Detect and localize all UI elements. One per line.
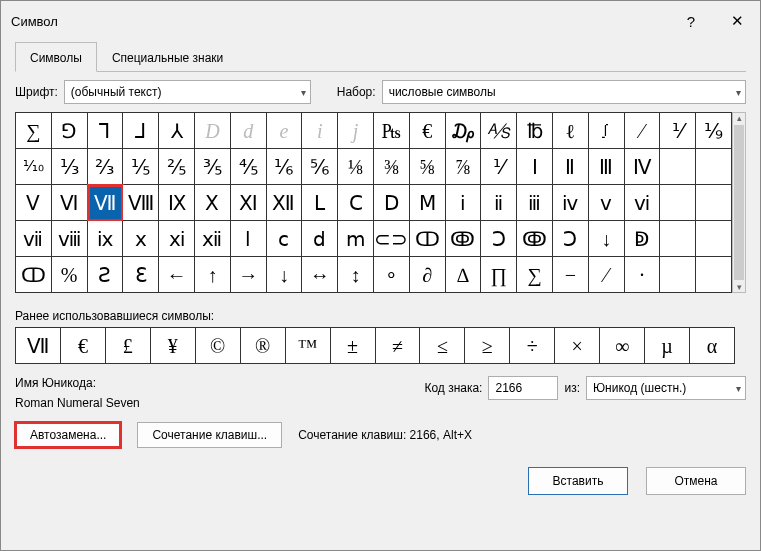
- symbol-cell[interactable]: [696, 257, 732, 293]
- symbol-cell[interactable]: →: [231, 257, 267, 293]
- symbol-cell[interactable]: [660, 221, 696, 257]
- recent-cell[interactable]: ®: [241, 328, 286, 364]
- symbol-cell[interactable]: ↀ: [410, 221, 446, 257]
- symbol-cell[interactable]: ⅁: [52, 113, 88, 149]
- symbol-cell[interactable]: ↑: [195, 257, 231, 293]
- tab-special[interactable]: Специальные знаки: [97, 42, 238, 72]
- symbol-cell[interactable]: ⅓: [52, 149, 88, 185]
- symbol-cell[interactable]: ⅷ: [52, 221, 88, 257]
- symbol-cell[interactable]: ⅖: [159, 149, 195, 185]
- symbol-cell[interactable]: ∕: [589, 257, 625, 293]
- symbol-cell[interactable]: i: [302, 113, 338, 149]
- symbol-cell[interactable]: ⅝: [410, 149, 446, 185]
- symbol-cell[interactable]: ℔: [517, 113, 553, 149]
- symbol-cell[interactable]: ⅙: [267, 149, 303, 185]
- symbol-cell[interactable]: j: [338, 113, 374, 149]
- symbol-cell[interactable]: ⅸ: [88, 221, 124, 257]
- symbol-cell[interactable]: ⅱ: [481, 185, 517, 221]
- symbol-cell[interactable]: ⅟: [481, 149, 517, 185]
- recent-cell[interactable]: ±: [331, 328, 376, 364]
- symbol-cell[interactable]: ℓ: [553, 113, 589, 149]
- scroll-down-icon[interactable]: ▾: [737, 282, 742, 292]
- symbol-cell[interactable]: −: [553, 257, 589, 293]
- recent-cell[interactable]: ≠: [376, 328, 421, 364]
- symbol-cell[interactable]: ↂ: [517, 221, 553, 257]
- symbol-cell[interactable]: ←: [159, 257, 195, 293]
- recent-cell[interactable]: ≤: [420, 328, 465, 364]
- symbol-cell[interactable]: ⅜: [374, 149, 410, 185]
- tab-symbols[interactable]: Символы: [15, 42, 97, 72]
- symbol-cell[interactable]: ₧: [374, 113, 410, 149]
- symbol-cell[interactable]: ⅳ: [553, 185, 589, 221]
- recent-cell[interactable]: ÷: [510, 328, 555, 364]
- symbol-cell[interactable]: ⅃: [123, 113, 159, 149]
- symbol-cell[interactable]: ·: [625, 257, 661, 293]
- recent-cell[interactable]: ∞: [600, 328, 645, 364]
- symbol-cell[interactable]: d: [231, 113, 267, 149]
- symbol-cell[interactable]: Ƨ: [88, 257, 124, 293]
- symbol-cell[interactable]: ⅲ: [517, 185, 553, 221]
- recent-cell[interactable]: £: [106, 328, 151, 364]
- symbol-cell[interactable]: Ⅾ: [374, 185, 410, 221]
- symbol-cell[interactable]: %: [52, 257, 88, 293]
- symbol-cell[interactable]: [660, 149, 696, 185]
- symbol-cell[interactable]: ⅕: [123, 149, 159, 185]
- symbol-cell[interactable]: ⅟₉: [696, 113, 732, 149]
- recent-cell[interactable]: α: [690, 328, 735, 364]
- symbol-cell[interactable]: Ⅽ: [338, 185, 374, 221]
- help-button[interactable]: ?: [668, 7, 714, 35]
- symbol-cell[interactable]: ⅰ: [446, 185, 482, 221]
- symbol-cell[interactable]: [696, 221, 732, 257]
- symbol-cell[interactable]: Ɛ: [123, 257, 159, 293]
- symbol-cell[interactable]: [696, 149, 732, 185]
- symbol-cell[interactable]: Ⅶ: [88, 185, 124, 221]
- symbol-cell[interactable]: ꭍ: [589, 113, 625, 149]
- symbol-cell[interactable]: ↁ: [625, 221, 661, 257]
- symbol-cell[interactable]: Ⅷ: [123, 185, 159, 221]
- symbol-cell[interactable]: ∑: [517, 257, 553, 293]
- scrollbar[interactable]: ▴ ▾: [732, 112, 746, 293]
- symbol-cell[interactable]: Ⅵ: [52, 185, 88, 221]
- symbol-cell[interactable]: ⅗: [195, 149, 231, 185]
- symbol-cell[interactable]: ↓: [589, 221, 625, 257]
- cancel-button[interactable]: Отмена: [646, 467, 746, 495]
- recent-cell[interactable]: ×: [555, 328, 600, 364]
- symbol-cell[interactable]: ⁄: [625, 113, 661, 149]
- symbol-cell[interactable]: ∑: [16, 113, 52, 149]
- symbol-cell[interactable]: ₯: [446, 113, 482, 149]
- close-button[interactable]: ✕: [714, 7, 760, 35]
- code-field[interactable]: 2166: [488, 376, 558, 400]
- symbol-cell[interactable]: ∏: [481, 257, 517, 293]
- scroll-up-icon[interactable]: ▴: [737, 113, 742, 123]
- symbol-cell[interactable]: ⅞: [446, 149, 482, 185]
- symbol-cell[interactable]: ⅛: [338, 149, 374, 185]
- symbol-cell[interactable]: ⅄: [159, 113, 195, 149]
- symbol-cell[interactable]: ↀ: [16, 257, 52, 293]
- symbol-cell[interactable]: Ⅸ: [159, 185, 195, 221]
- symbol-cell[interactable]: Ⅹ: [195, 185, 231, 221]
- symbol-cell[interactable]: [696, 185, 732, 221]
- symbol-cell[interactable]: ⅿ: [338, 221, 374, 257]
- symbol-cell[interactable]: ⅔: [88, 149, 124, 185]
- symbol-cell[interactable]: Ⅼ: [302, 185, 338, 221]
- symbol-cell[interactable]: ⅶ: [16, 221, 52, 257]
- symbol-cell[interactable]: ↓: [267, 257, 303, 293]
- symbol-cell[interactable]: Ↄ: [481, 221, 517, 257]
- recent-cell[interactable]: µ: [645, 328, 690, 364]
- symbol-cell[interactable]: €: [410, 113, 446, 149]
- scroll-thumb[interactable]: [734, 125, 744, 280]
- symbol-cell[interactable]: Ⅳ: [625, 149, 661, 185]
- symbol-cell[interactable]: ⅂: [88, 113, 124, 149]
- symbol-cell[interactable]: ↔: [302, 257, 338, 293]
- symbol-cell[interactable]: D: [195, 113, 231, 149]
- symbol-cell[interactable]: ⅍: [481, 113, 517, 149]
- from-combo[interactable]: Юникод (шестн.) ▾: [586, 376, 746, 400]
- symbol-cell[interactable]: ⊂⊃: [374, 221, 410, 257]
- symbol-cell[interactable]: ⅽ: [267, 221, 303, 257]
- symbol-cell[interactable]: Ⅴ: [16, 185, 52, 221]
- symbol-cell[interactable]: ↂ: [446, 221, 482, 257]
- symbol-cell[interactable]: e: [267, 113, 303, 149]
- symbol-cell[interactable]: ∂: [410, 257, 446, 293]
- recent-cell[interactable]: ≥: [465, 328, 510, 364]
- symbol-cell[interactable]: ∆: [446, 257, 482, 293]
